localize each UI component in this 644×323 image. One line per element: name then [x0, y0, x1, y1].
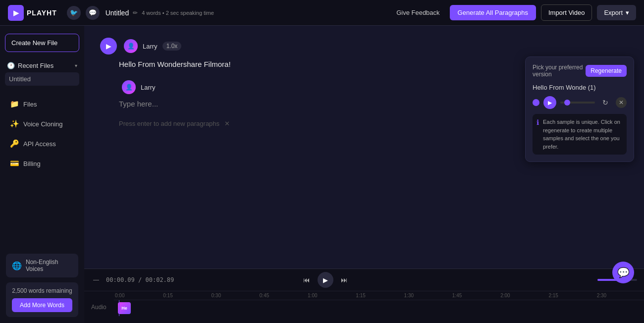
- timeline-content[interactable]: He: [114, 300, 644, 316]
- voice-avatar-1: 👤: [124, 39, 138, 53]
- skip-back-button[interactable]: ⏮: [300, 273, 314, 287]
- recent-files-header[interactable]: 🕐 Recent Files ▾: [5, 60, 79, 71]
- skip-forward-button[interactable]: ⏭: [337, 273, 351, 287]
- api-access-label: API Access: [23, 140, 56, 148]
- non-english-label: Non-English Voices: [26, 259, 72, 272]
- timeline-tick: 2:30: [596, 291, 644, 300]
- recent-file-item[interactable]: Untitled: [5, 72, 79, 86]
- timeline-tick: 2:00: [499, 291, 547, 300]
- logo-area: ▶ PLAYHT: [8, 5, 57, 21]
- sidebar-item-voice-cloning[interactable]: ✨ Voice Cloning: [3, 114, 81, 133]
- words-remaining-text: 2,500 words remaining: [12, 287, 72, 294]
- speed-badge-1[interactable]: 1.0x: [162, 42, 182, 51]
- timeline-play-button[interactable]: ▶: [318, 272, 333, 288]
- popup-audio-row: ▶ ↻ ✕: [533, 96, 627, 109]
- add-more-words-button[interactable]: Add More Words: [12, 298, 72, 312]
- popup-radio[interactable]: [533, 99, 539, 106]
- time-current: 00:00.09: [106, 276, 135, 283]
- timeline-controls: — 00:00.09 / 00:02.89 ⏮ ▶ ⏭: [84, 269, 644, 291]
- time-separator: /: [138, 276, 145, 283]
- play-button-1[interactable]: ▶: [100, 38, 117, 54]
- recent-files-label: Recent Files: [18, 62, 54, 69]
- mute-button[interactable]: —: [91, 275, 101, 285]
- popup-progress-bar: [560, 102, 595, 104]
- timeline-area: — 00:00.09 / 00:02.89 ⏮ ▶ ⏭: [84, 269, 644, 323]
- paragraph-header-1: ▶ 👤 Larry 1.0x: [100, 38, 628, 54]
- popup-version-label: Hello From Wonde (1): [533, 84, 627, 91]
- voice-avatar-2: 👤: [122, 80, 136, 94]
- timeline-ticks: 0:000:150:300:451:001:151:301:452:002:15…: [114, 291, 644, 300]
- voice-name-1[interactable]: Larry: [143, 43, 158, 50]
- api-icon: 🔑: [10, 139, 19, 148]
- words-remaining-box: 2,500 words remaining Add More Words: [6, 282, 78, 317]
- non-english-voices-button[interactable]: 🌐 Non-English Voices: [6, 254, 78, 277]
- popup-icon-row: ↻ ✕: [599, 96, 627, 109]
- import-video-button[interactable]: Import Video: [541, 4, 592, 21]
- chat-fab-button[interactable]: 💬: [612, 262, 634, 283]
- sidebar-item-files[interactable]: 📁 Files: [3, 95, 81, 113]
- voice-cloning-icon: ✨: [10, 119, 19, 128]
- timeline-tick: 0:15: [162, 291, 210, 300]
- topbar-center: Untitled ✏ 4 words • 2 sec speaking time: [106, 9, 385, 17]
- timeline-playhead: [119, 300, 119, 316]
- timeline-tick: 0:00: [114, 291, 162, 300]
- discord-icon[interactable]: 💬: [86, 6, 100, 20]
- files-label: Files: [23, 101, 37, 108]
- close-hint-icon[interactable]: ✕: [224, 120, 230, 127]
- info-icon: ℹ: [537, 118, 539, 126]
- popup-play-button[interactable]: ▶: [543, 96, 556, 109]
- add-hint-text: Press enter to add new paragraphs: [119, 120, 219, 127]
- timeline-nav: ⏮ ▶ ⏭: [300, 272, 351, 288]
- logo-text: PLAYHT: [27, 9, 57, 17]
- timeline-ruler: 0:000:150:300:451:001:151:301:452:002:15…: [114, 291, 644, 323]
- popup-info-text: Each sample is unique. Click on regenera…: [543, 118, 623, 151]
- popup-progress-dot: [564, 100, 570, 106]
- content-area: ▶ 👤 Larry 1.0x Hello From Wondershare Fi…: [84, 26, 644, 323]
- timeline-track: Audio 0:000:150:300:451:001:151:301:452:…: [84, 291, 644, 323]
- popup-header: Pick your preferred version Regenerate: [533, 64, 627, 78]
- twitter-icon[interactable]: 🐦: [67, 6, 81, 20]
- timeline-tick: 1:00: [307, 291, 355, 300]
- audio-track-label: Audio: [84, 291, 114, 323]
- timeline-clip[interactable]: He: [118, 302, 131, 314]
- voice-name-2[interactable]: Larry: [141, 84, 156, 91]
- file-meta: 4 words • 2 sec speaking time: [142, 10, 214, 16]
- timeline-tick: 1:30: [403, 291, 451, 300]
- generate-all-button[interactable]: Generate All Paragraphs: [450, 5, 536, 20]
- billing-label: Billing: [23, 160, 41, 167]
- timeline-tick: 2:15: [547, 291, 595, 300]
- clock-icon: 🕐: [7, 62, 15, 69]
- give-feedback-button[interactable]: Give Feedback: [391, 6, 444, 19]
- chevron-down-icon: ▾: [75, 63, 77, 68]
- timeline-time-display: 00:00.09 / 00:02.89: [106, 276, 174, 283]
- export-button[interactable]: Export ▾: [597, 5, 636, 20]
- file-title: Untitled: [106, 9, 129, 17]
- sidebar-item-api-access[interactable]: 🔑 API Access: [3, 134, 81, 153]
- timeline-tick: 1:45: [451, 291, 499, 300]
- popup-loop-button[interactable]: ↻: [599, 96, 612, 109]
- folder-icon: 📁: [10, 100, 19, 108]
- recent-files-section: 🕐 Recent Files ▾ Untitled: [0, 56, 84, 90]
- export-label: Export: [604, 9, 623, 16]
- popup-title: Pick your preferred version: [533, 64, 586, 78]
- timeline-tick: 0:30: [211, 291, 259, 300]
- time-total: 00:02.89: [145, 276, 174, 283]
- sidebar-nav: 📁 Files ✨ Voice Cloning 🔑 API Access 💳 B…: [0, 94, 84, 174]
- regenerate-button[interactable]: Regenerate: [586, 65, 627, 77]
- billing-icon: 💳: [10, 159, 19, 168]
- recent-files-section-title: 🕐 Recent Files: [7, 62, 54, 69]
- topbar-actions: Give Feedback Generate All Paragraphs Im…: [391, 4, 636, 21]
- main-area: Create New File 🕐 Recent Files ▾ Untitle…: [0, 26, 644, 323]
- chevron-down-icon: ▾: [626, 9, 629, 16]
- popup-info: ℹ Each sample is unique. Click on regene…: [533, 114, 627, 155]
- edit-icon[interactable]: ✏: [133, 9, 138, 16]
- globe-icon: 🌐: [12, 261, 22, 270]
- timeline-tick: 1:15: [355, 291, 403, 300]
- topbar: ▶ PLAYHT 🐦 💬 Untitled ✏ 4 words • 2 sec …: [0, 0, 644, 26]
- popup-close-button[interactable]: ✕: [616, 97, 627, 108]
- sidebar-bottom: 🌐 Non-English Voices 2,500 words remaini…: [0, 248, 84, 323]
- sidebar: Create New File 🕐 Recent Files ▾ Untitle…: [0, 26, 84, 323]
- create-new-file-button[interactable]: Create New File: [5, 34, 79, 52]
- voice-cloning-label: Voice Cloning: [23, 120, 63, 128]
- sidebar-item-billing[interactable]: 💳 Billing: [3, 154, 81, 173]
